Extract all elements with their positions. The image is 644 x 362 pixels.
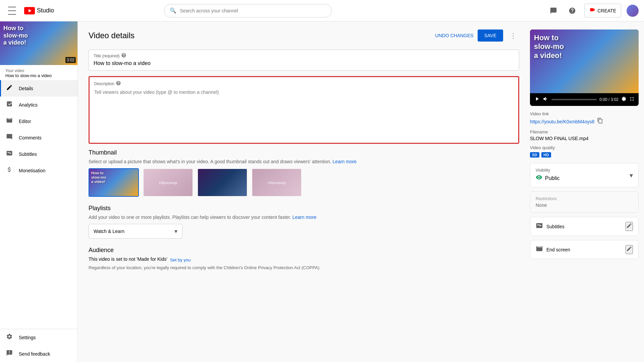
clipocamp-logo-2: clipocamp (159, 181, 177, 185)
quality-badge-hd: HD (541, 152, 551, 158)
editor-icon (5, 117, 13, 125)
copy-icon (597, 118, 603, 124)
settings-label: Settings (19, 335, 36, 340)
monetisation-label: Monetisation (19, 168, 45, 173)
search-bar[interactable]: 🔍 (164, 4, 332, 17)
play-button[interactable] (534, 96, 540, 103)
description-label-row: Description (90, 77, 518, 88)
sidebar-item-send-feedback[interactable]: Send feedback (0, 346, 77, 362)
thumbnail-option-1[interactable]: How toslow-moa video! (89, 168, 139, 197)
save-button[interactable]: SAVE (478, 29, 503, 42)
hamburger-menu[interactable] (5, 4, 19, 17)
help-icon-button[interactable] (566, 4, 579, 17)
video-link-label: Video link (530, 111, 639, 116)
thumbnail-option-2[interactable]: clipocamp (143, 168, 193, 197)
sidebar: How toslow-moa video! 3:02 Your video Ho… (0, 21, 78, 362)
end-screen-feature-icon (536, 245, 543, 254)
description-textarea[interactable] (90, 88, 518, 142)
subtitles-label: Subtitles (19, 152, 37, 157)
sidebar-item-settings[interactable]: Settings (0, 329, 77, 346)
playlists-section: Playlists Add your video to one or more … (89, 205, 519, 239)
topnav-left: Studio (5, 4, 54, 17)
restrictions-label: Restrictions (536, 196, 633, 201)
thumbnail-option-4[interactable]: clipocamp (252, 168, 302, 197)
sidebar-item-analytics[interactable]: Analytics (0, 97, 77, 113)
monetisation-icon (5, 166, 13, 175)
video-link-url[interactable]: https://youtu.be/K0xmbM4oys8 (530, 119, 594, 124)
video-controls: 0:00 / 3:02 (530, 93, 639, 106)
title-value[interactable]: How to slow-mo a video (89, 60, 519, 70)
sidebar-item-subtitles[interactable]: Subtitles (0, 146, 77, 162)
playlist-chevron-icon: ▾ (174, 228, 177, 235)
title-help-icon[interactable] (121, 53, 126, 59)
main-content: Video details UNDO CHANGES SAVE ⋮ Title … (78, 21, 530, 362)
subtitles-edit-button[interactable] (626, 222, 633, 231)
playlists-learn-more[interactable]: Learn more (292, 215, 317, 220)
title-field-box: Title (required) How to slow-mo a video (89, 50, 519, 71)
filename-label: Filename (530, 129, 639, 134)
fullscreen-button[interactable] (629, 96, 635, 103)
visibility-label: Visibility (536, 168, 630, 173)
description-help-icon[interactable] (116, 80, 121, 87)
clipocamp-logo-4: clipocamp (268, 181, 286, 185)
audience-section: Audience This video is set to not 'Made … (89, 247, 519, 270)
quality-badges: SD HD (530, 152, 639, 158)
logo[interactable]: Studio (24, 7, 54, 14)
filename-section: Filename SLOW MO FINAL USE.mp4 (530, 129, 639, 141)
more-options-button[interactable]: ⋮ (507, 29, 519, 42)
settings-button[interactable] (621, 96, 627, 103)
playlist-dropdown[interactable]: Watch & Learn ▾ (89, 224, 182, 239)
chat-icon-button[interactable] (547, 4, 560, 17)
video-duration: 3:02 (65, 57, 76, 63)
create-label: CREATE (597, 8, 616, 13)
thumbnail-desc: Select or upload a picture that shows wh… (89, 159, 519, 164)
avatar[interactable] (627, 5, 639, 17)
description-label: Description (94, 81, 114, 86)
sidebar-item-details[interactable]: Details (0, 80, 77, 97)
restrictions-value: None (536, 202, 633, 208)
visibility-left: Visibility Public (536, 168, 630, 182)
thumbnail-learn-more[interactable]: Learn more (333, 159, 357, 164)
sidebar-item-comments[interactable]: Comments (0, 129, 77, 146)
visibility-value-row: Public (536, 174, 630, 182)
comments-icon (5, 133, 13, 142)
visibility-value: Public (545, 175, 560, 181)
details-icon (5, 84, 13, 93)
video-quality-section: Video quality SD HD (530, 145, 639, 158)
thumbnail-image: How toslow-moa video! 3:02 (0, 21, 78, 65)
sidebar-video-thumbnail[interactable]: How toslow-moa video! 3:02 (0, 21, 77, 65)
sidebar-bottom: Settings Send feedback (0, 329, 77, 362)
create-button[interactable]: CREATE (584, 4, 621, 17)
end-screen-left: End screen (536, 245, 570, 254)
set-by-you-link[interactable]: Set by you (170, 257, 191, 262)
copy-link-button[interactable] (597, 118, 603, 125)
analytics-label: Analytics (19, 102, 38, 108)
sidebar-item-editor[interactable]: Editor (0, 113, 77, 129)
create-icon (589, 7, 595, 13)
sidebar-video-title: How to slow-mo a video (5, 73, 72, 78)
search-input[interactable] (180, 8, 326, 13)
subtitles-card[interactable]: Subtitles (530, 217, 639, 236)
description-field-box: Description (89, 76, 519, 144)
video-link-row: https://youtu.be/K0xmbM4oys8 (530, 118, 639, 125)
volume-button[interactable] (543, 96, 549, 103)
video-link-section: Video link https://youtu.be/K0xmbM4oys8 (530, 111, 639, 125)
visibility-card[interactable]: Visibility Public ▾ (530, 163, 639, 187)
audience-note-row: This video is set to not 'Made for Kids'… (89, 256, 519, 263)
end-screen-card[interactable]: End screen (530, 240, 639, 259)
restrictions-card: Restrictions None (530, 191, 639, 213)
undo-changes-button[interactable]: UNDO CHANGES (435, 33, 473, 38)
quality-badge-sd: SD (530, 152, 539, 158)
playlists-section-title: Playlists (89, 205, 519, 212)
topnav-right: CREATE (547, 4, 639, 17)
progress-bar[interactable] (551, 99, 597, 100)
time-display: 0:00 / 3:02 (599, 97, 619, 102)
thumbnail-option-3[interactable] (197, 168, 248, 197)
subtitles-icon (5, 150, 13, 158)
end-screen-edit-button[interactable] (626, 245, 633, 254)
help-icon (569, 7, 576, 14)
right-panel: How toslow-moa video! 0:00 / 3:02 (530, 21, 644, 362)
thumb1-text: How toslow-moa video! (91, 171, 106, 184)
sidebar-item-monetisation[interactable]: Monetisation (0, 162, 77, 179)
subtitles-left: Subtitles (536, 222, 565, 231)
